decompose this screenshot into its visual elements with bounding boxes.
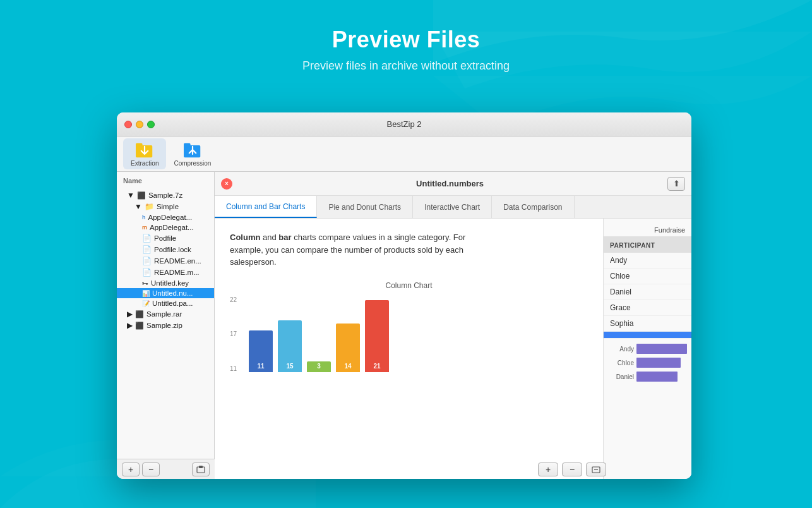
expand-arrow-icon: ▼ xyxy=(127,191,134,200)
y-axis-22: 22 xyxy=(230,296,237,303)
file-label: AppDelegat... xyxy=(148,214,193,221)
maximize-window-button[interactable] xyxy=(147,121,155,128)
file-item-sample7z[interactable]: ▼ ⬛ Sample.7z xyxy=(117,190,214,201)
bar-value-2: 15 xyxy=(286,363,293,370)
compression-icon xyxy=(184,141,201,159)
rp-fill-daniel xyxy=(636,372,678,382)
participant-sophia: Sophia xyxy=(604,316,691,332)
preview-pane: × Untitled.numbers ⬆ Column and Bar Char… xyxy=(215,172,691,479)
pages-file-icon: 📝 xyxy=(142,300,150,307)
file-label: Podfile xyxy=(154,234,176,242)
extraction-toolbar-item[interactable]: Extraction xyxy=(123,138,166,169)
zoom-out-button[interactable]: − xyxy=(562,463,582,476)
rp-label-andy: Andy xyxy=(607,346,634,353)
file-item-readme-en[interactable]: 📄 README.en... xyxy=(117,255,214,267)
file-icon: 📄 xyxy=(142,268,152,277)
file-label: Untitled.nu... xyxy=(152,289,193,297)
rar-icon: ⬛ xyxy=(135,310,144,318)
bar-value-4: 14 xyxy=(344,363,351,370)
add-button[interactable]: + xyxy=(122,463,140,476)
tab-label: Pie and Donut Charts xyxy=(328,203,401,212)
expand-arrow-icon: ▼ xyxy=(134,202,142,211)
tab-label: Data Comparison xyxy=(503,203,562,212)
column-chart-section: Column Chart 22 17 11 xyxy=(230,281,588,372)
fit-button[interactable] xyxy=(586,463,606,476)
svg-rect-1 xyxy=(136,143,143,148)
page-header: Preview Files Preview files in archive w… xyxy=(0,0,812,83)
preview-content: Column and bar charts compare values in … xyxy=(215,219,691,479)
app-window: BestZip 2 Extraction Compression xyxy=(117,112,691,479)
close-window-button[interactable] xyxy=(124,121,132,128)
file-item-appdelegate-m[interactable]: m AppDelegat... xyxy=(117,222,214,233)
svg-rect-3 xyxy=(184,143,191,148)
tab-label: Interactive Chart xyxy=(424,203,480,212)
rp-fill-chloe xyxy=(636,358,681,368)
bottom-toolbar: + − + − xyxy=(117,459,215,479)
compression-toolbar-item[interactable]: Compression xyxy=(166,138,218,169)
page-title: Preview Files xyxy=(0,27,812,53)
sidebar: Name ▼ ⬛ Sample.7z ▼ 📁 Simple h AppDe xyxy=(117,172,215,479)
file-item-sample-zip[interactable]: ▶ ⬛ Sample.zip xyxy=(117,320,214,331)
rp-label-daniel: Daniel xyxy=(607,373,634,380)
tab-pie-donut-charts[interactable]: Pie and Donut Charts xyxy=(317,196,413,218)
bar-3: 3 xyxy=(307,296,331,372)
file-item-untitled-key[interactable]: 🗝 Untitled.key xyxy=(117,278,214,288)
file-label: Simple xyxy=(157,203,179,210)
file-item-untitled-numbers[interactable]: 📊 Untitled.nu... xyxy=(117,288,214,298)
bar-4: 14 xyxy=(336,296,360,372)
file-item-appdelegate-h[interactable]: h AppDelegat... xyxy=(117,212,214,222)
bar-value-5: 21 xyxy=(373,363,380,370)
expand-arrow-right-icon: ▶ xyxy=(127,321,133,330)
y-axis-17: 17 xyxy=(230,330,237,337)
file-type-icon: m xyxy=(142,224,147,231)
compression-label: Compression xyxy=(174,160,211,167)
window-title: BestZip 2 xyxy=(387,119,422,129)
rp-fill-andy xyxy=(636,344,687,354)
file-label: Sample.7z xyxy=(148,191,182,199)
rp-bar-chloe: Chloe xyxy=(607,358,688,368)
archive-icon: ⬛ xyxy=(137,191,146,200)
bar-2: 15 xyxy=(278,296,302,372)
stamp-button[interactable] xyxy=(192,463,210,476)
tab-column-bar-charts[interactable]: Column and Bar Charts xyxy=(215,196,317,218)
file-item-untitled-pages[interactable]: 📝 Untitled.pa... xyxy=(117,298,214,308)
tab-data-comparison[interactable]: Data Comparison xyxy=(492,196,574,218)
preview-close-button[interactable]: × xyxy=(221,178,232,190)
file-item-podfile[interactable]: 📄 Podfile xyxy=(117,233,214,244)
svg-rect-5 xyxy=(199,466,203,468)
file-item-readme-md[interactable]: 📄 README.m... xyxy=(117,267,214,278)
numbers-left-panel: Column and bar charts compare values in … xyxy=(215,219,603,479)
preview-share-button[interactable]: ⬆ xyxy=(667,177,685,191)
remove-button[interactable]: − xyxy=(142,463,160,476)
file-label: Sample.zip xyxy=(146,322,182,329)
tab-bar: Column and Bar Charts Pie and Donut Char… xyxy=(215,196,691,219)
file-item-podfile-lock[interactable]: 📄 Podfile.lock xyxy=(117,244,214,255)
minimize-window-button[interactable] xyxy=(136,121,143,128)
file-label: Untitled.key xyxy=(151,279,189,287)
extraction-icon xyxy=(136,141,153,159)
bar-5: 21 xyxy=(365,296,389,372)
zip-icon: ⬛ xyxy=(135,322,144,330)
file-type-icon: h xyxy=(142,214,146,221)
file-icon: 📄 xyxy=(142,245,152,254)
zoom-in-button[interactable]: + xyxy=(538,463,558,476)
participant-header: PARTICIPANT xyxy=(610,242,655,249)
file-label: AppDelegat... xyxy=(150,224,194,231)
file-item-simple-folder[interactable]: ▼ 📁 Simple xyxy=(117,201,214,212)
file-label: README.en... xyxy=(154,257,201,265)
toolbar: Extraction Compression xyxy=(117,136,691,172)
tab-interactive-chart[interactable]: Interactive Chart xyxy=(413,196,492,218)
main-content: Name ▼ ⬛ Sample.7z ▼ 📁 Simple h AppDe xyxy=(117,172,691,479)
file-item-sample-rar[interactable]: ▶ ⬛ Sample.rar xyxy=(117,308,214,320)
chart-description: Column and bar charts compare values in … xyxy=(230,231,482,269)
rp-bar-daniel: Daniel xyxy=(607,372,688,382)
folder-icon: 📁 xyxy=(145,202,154,211)
right-panel-bars: Andy Chloe Daniel xyxy=(604,339,691,390)
participant-grace: Grace xyxy=(604,300,691,316)
participant-chloe: Chloe xyxy=(604,269,691,284)
file-icon: 📄 xyxy=(142,257,152,265)
numbers-right-panel: Fundraise PARTICIPANT Andy Chloe Daniel … xyxy=(603,219,691,479)
file-icon: 📄 xyxy=(142,234,152,243)
bar-1: 11 xyxy=(249,296,273,372)
right-bottom-buttons: + − xyxy=(538,463,606,476)
